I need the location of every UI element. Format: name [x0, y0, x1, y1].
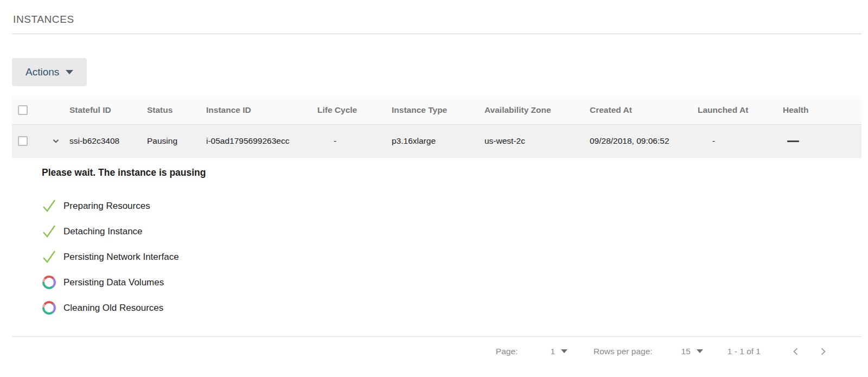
column-header-health: Health — [783, 105, 861, 115]
column-header-status: Status — [147, 105, 206, 115]
caret-down-icon — [697, 349, 703, 353]
next-page-button[interactable] — [815, 343, 831, 360]
step-label: Cleaning Old Resources — [63, 303, 163, 314]
chevron-down-icon — [51, 136, 61, 146]
rows-per-page-value: 15 — [681, 347, 691, 356]
cell-created-at: 09/28/2018, 09:06:52 — [590, 136, 698, 146]
cell-instance-type: p3.16xlarge — [392, 136, 484, 146]
step-status-icon — [42, 250, 56, 264]
chevron-right-icon — [818, 346, 828, 357]
column-header-launched-at: Launched At — [698, 105, 783, 115]
page-title: INSTANCES — [13, 14, 868, 25]
step-label: Detaching Instance — [63, 226, 143, 237]
header-divider — [12, 34, 861, 34]
step-label: Preparing Resources — [63, 201, 150, 212]
page-select[interactable]: 1 — [550, 347, 567, 356]
instances-page: INSTANCES Actions Stateful ID Status Ins… — [0, 0, 868, 377]
step-status-icon — [42, 199, 56, 213]
cell-stateful-id: ssi-b62c3408 — [69, 136, 147, 146]
spinner-icon — [42, 276, 56, 289]
check-icon — [42, 250, 56, 264]
column-header-instance-type: Instance Type — [392, 105, 484, 115]
pause-steps-list: Preparing Resources Detaching Instance P… — [42, 193, 861, 321]
caret-down-icon — [66, 70, 73, 74]
cell-life-cycle: - — [317, 136, 392, 146]
page-header: INSTANCES — [0, 0, 868, 25]
spinner-icon — [42, 301, 56, 315]
cell-health — [783, 140, 861, 142]
table-header-row: Stateful ID Status Instance ID Life Cycl… — [12, 96, 861, 125]
pausing-message: Please wait. The instance is pausing — [42, 167, 861, 178]
check-icon — [42, 199, 56, 213]
dash-icon — [787, 140, 799, 142]
actions-button[interactable]: Actions — [12, 58, 87, 86]
rows-per-page-select[interactable]: 15 — [681, 347, 703, 356]
step-status-icon — [42, 275, 56, 290]
column-header-stateful-id: Stateful ID — [69, 105, 147, 115]
step-label: Persisting Network Interface — [63, 252, 179, 263]
previous-page-button[interactable] — [788, 343, 804, 360]
page-select-value: 1 — [550, 347, 555, 356]
cell-availability-zone: us-west-2c — [484, 136, 590, 146]
page-label: Page: — [496, 347, 518, 356]
chevron-left-icon — [790, 346, 801, 357]
select-all-checkbox[interactable] — [18, 105, 28, 115]
column-header-availability-zone: Availability Zone — [484, 105, 590, 115]
table-row: ssi-b62c3408 Pausing i-05ad1795699263ecc… — [12, 125, 861, 158]
step-cleaning-old-resources: Cleaning Old Resources — [42, 295, 861, 321]
pagination-range: 1 - 1 of 1 — [727, 347, 761, 356]
step-persisting-data-volumes: Persisting Data Volumes — [42, 270, 861, 295]
rows-per-page-label: Rows per page: — [593, 347, 653, 356]
step-status-icon — [42, 224, 56, 239]
actions-button-label: Actions — [25, 66, 59, 78]
column-header-life-cycle: Life Cycle — [317, 105, 392, 115]
instances-table: Stateful ID Status Instance ID Life Cycl… — [12, 96, 861, 158]
row-expand-toggle[interactable] — [49, 135, 62, 148]
column-header-instance-id: Instance ID — [206, 105, 317, 115]
column-header-created-at: Created At — [590, 105, 698, 115]
check-icon — [42, 224, 56, 239]
pagination-bar: Page: 1 Rows per page: 15 1 - 1 of 1 — [12, 337, 861, 366]
row-checkbox[interactable] — [18, 136, 28, 146]
step-persisting-network-interface: Persisting Network Interface — [42, 244, 861, 270]
cell-launched-at: - — [698, 136, 783, 146]
cell-instance-id: i-05ad1795699263ecc — [206, 136, 317, 146]
row-expanded-panel: Please wait. The instance is pausing Pre… — [12, 158, 861, 337]
step-status-icon — [42, 301, 56, 315]
cell-status: Pausing — [147, 136, 206, 146]
step-label: Persisting Data Volumes — [63, 277, 164, 288]
caret-down-icon — [561, 349, 567, 353]
step-preparing-resources: Preparing Resources — [42, 193, 861, 219]
step-detaching-instance: Detaching Instance — [42, 219, 861, 244]
